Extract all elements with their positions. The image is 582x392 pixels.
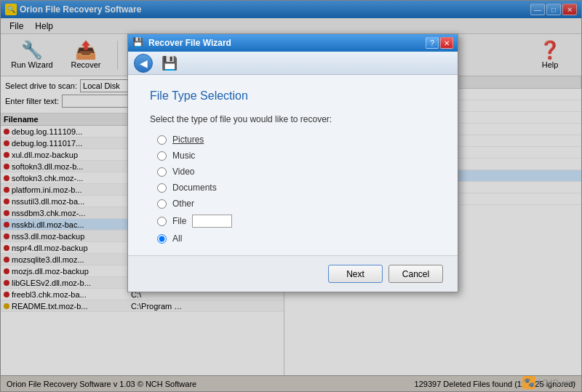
label-all: All <box>172 233 182 244</box>
back-button[interactable]: ◀ <box>134 54 153 73</box>
option-file: File <box>157 215 436 228</box>
label-other: Other <box>172 199 194 209</box>
dialog-overlay: 💾 Recover File Wizard ? ✕ ◀ 💾 File Type … <box>0 0 582 392</box>
radio-pictures[interactable] <box>157 135 167 145</box>
radio-music[interactable] <box>157 151 167 161</box>
dialog-title: Recover File Wizard <box>148 38 426 48</box>
recover-wizard-dialog: 💾 Recover File Wizard ? ✕ ◀ 💾 File Type … <box>127 33 458 292</box>
radio-video[interactable] <box>157 167 167 177</box>
file-type-options: Pictures Music Video Documents Other <box>150 135 436 244</box>
dialog-close-button[interactable]: ✕ <box>440 37 453 49</box>
dialog-footer: Next Cancel <box>128 255 458 292</box>
radio-all[interactable] <box>157 234 167 244</box>
label-music: Music <box>172 151 195 161</box>
radio-documents[interactable] <box>157 183 167 193</box>
dialog-content: File Type Selection Select the type of f… <box>128 75 458 255</box>
dialog-controls: ? ✕ <box>426 37 453 49</box>
next-button[interactable]: Next <box>328 265 383 283</box>
label-documents: Documents <box>172 183 217 193</box>
label-video: Video <box>172 167 194 177</box>
watermark-text: LO4D.com <box>538 378 576 387</box>
radio-file[interactable] <box>157 217 167 226</box>
watermark: 🐾 LO4D.com <box>522 376 576 389</box>
radio-other[interactable] <box>157 199 167 209</box>
dialog-heading: File Type Selection <box>150 89 436 103</box>
lo4d-icon: 🐾 <box>522 376 535 389</box>
label-file: File <box>172 216 186 226</box>
dialog-help-button[interactable]: ? <box>426 37 439 49</box>
label-pictures: Pictures <box>172 135 204 145</box>
option-video: Video <box>157 167 436 177</box>
dialog-icon: 💾 <box>132 37 144 49</box>
cancel-button[interactable]: Cancel <box>388 265 443 283</box>
option-other: Other <box>157 199 436 209</box>
file-extension-input[interactable] <box>192 215 232 228</box>
option-music: Music <box>157 151 436 161</box>
option-pictures: Pictures <box>157 135 436 145</box>
dialog-subtitle: Select the type of file you would like t… <box>150 114 436 124</box>
wizard-nav-icon: 💾 <box>162 55 178 71</box>
option-documents: Documents <box>157 183 436 193</box>
dialog-nav-bar: ◀ 💾 <box>128 52 458 75</box>
option-all: All <box>157 233 436 244</box>
dialog-title-bar: 💾 Recover File Wizard ? ✕ <box>128 34 458 52</box>
